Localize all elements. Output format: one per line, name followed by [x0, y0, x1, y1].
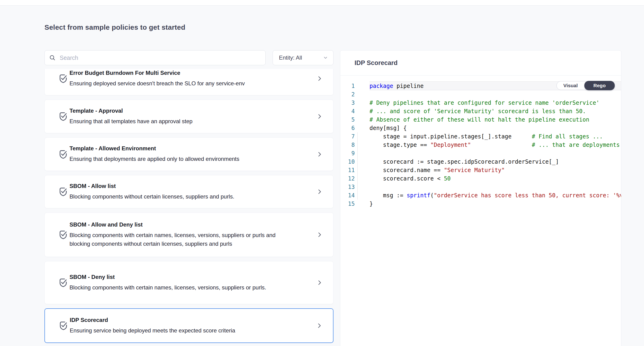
line-number: 7: [340, 132, 355, 141]
toggle-visual-button[interactable]: Visual: [557, 81, 584, 90]
shield-check-icon: [58, 277, 68, 288]
code-line: msg := sprintf("orderService has score l…: [370, 191, 621, 200]
policy-card[interactable]: Error Budget Burndown For Multi ServiceE…: [44, 69, 334, 95]
line-number: 10: [340, 158, 355, 166]
shield-check-icon: [58, 111, 68, 122]
search-icon: [49, 54, 56, 61]
policy-card[interactable]: SBOM - Allow listBlocking components wit…: [44, 175, 334, 208]
policy-card[interactable]: Template - ApprovalEnsuring that all tem…: [44, 100, 334, 133]
entity-filter-label: Entity: All: [279, 54, 302, 61]
chevron-right-icon: [316, 75, 323, 82]
policy-list: Error Budget Burndown For Multi ServiceE…: [44, 69, 334, 346]
shield-check-icon: [58, 186, 68, 197]
preview-header: IDP Scorecard: [340, 50, 621, 75]
line-number: 4: [340, 107, 355, 115]
line-number: 6: [340, 124, 355, 132]
policy-preview-panel: IDP Scorecard 123456789101112131415 pack…: [340, 50, 621, 346]
chevron-right-icon: [316, 113, 323, 120]
code-line: [370, 149, 621, 158]
code-line: stage = input.pipeline.stages[_].stage #…: [370, 132, 621, 141]
policy-title: SBOM - Allow and Deny list: [70, 221, 305, 228]
policy-description: Blocking components with certain names, …: [70, 231, 285, 248]
chevron-right-icon: [316, 151, 323, 158]
shield-check-icon: [58, 229, 68, 240]
indent-guide: [357, 132, 358, 200]
code-line: [370, 183, 621, 191]
shield-check-icon: [58, 73, 68, 84]
preview-title: IDP Scorecard: [354, 59, 398, 67]
policy-description: Ensuring that all templates have an appr…: [70, 117, 285, 126]
shield-check-icon: [58, 149, 68, 160]
policy-title: Template - Allowed Environment: [70, 145, 305, 152]
policy-description: Blocking components without certain lice…: [70, 192, 285, 201]
top-bar: [0, 0, 644, 5]
code-line: scorecard.score < 50: [370, 174, 621, 183]
line-number: 2: [340, 90, 355, 99]
search-box: [44, 50, 266, 65]
line-number: 8: [340, 141, 355, 149]
chevron-right-icon: [316, 231, 323, 238]
chevron-right-icon: [316, 279, 323, 286]
policy-title: SBOM - Deny list: [70, 274, 305, 280]
policy-title: IDP Scorecard: [70, 317, 305, 323]
code-line: scorecard.name == "Service Maturity": [370, 166, 621, 174]
code-line: # Deny pipelines that are configured for…: [370, 99, 621, 107]
line-number: 3: [340, 99, 355, 107]
policy-description: Ensuring deployed service doesn't breach…: [70, 79, 285, 88]
language-toggle: Visual Rego: [556, 81, 615, 90]
chevron-right-icon: [316, 188, 323, 195]
code-line: deny[msg] {: [370, 124, 621, 132]
line-number: 12: [340, 174, 355, 183]
line-number: 14: [340, 191, 355, 200]
entity-filter-dropdown[interactable]: Entity: All: [272, 50, 334, 65]
policy-card[interactable]: SBOM - Allow and Deny listBlocking compo…: [44, 213, 334, 257]
code-line: # Absence of either of these will not ha…: [370, 115, 621, 124]
policy-description: Ensuring service being deployed meets th…: [70, 326, 285, 335]
line-number-gutter: 123456789101112131415: [340, 82, 355, 208]
line-number: 13: [340, 183, 355, 191]
policy-card[interactable]: Template - Allowed EnvironmentEnsuring t…: [44, 137, 334, 171]
code-editor[interactable]: 123456789101112131415 package pipeline #…: [340, 75, 621, 346]
shield-check-icon: [58, 320, 69, 331]
code-line: }: [370, 200, 621, 208]
line-number: 1: [340, 82, 355, 90]
line-number: 11: [340, 166, 355, 174]
line-number: 5: [340, 115, 355, 124]
policy-description: Ensuring that deployments are applied on…: [70, 155, 285, 163]
policy-title: SBOM - Allow list: [70, 183, 305, 189]
policy-title: Template - Approval: [70, 107, 305, 114]
chevron-right-icon: [316, 322, 323, 329]
policy-description: Blocking components with certain names, …: [70, 283, 285, 292]
code-line: scorecard := stage.spec.idpScorecard.ord…: [370, 158, 621, 166]
page-title: Select from sample policies to get start…: [44, 23, 185, 31]
policy-selection-screen: Select from sample policies to get start…: [0, 0, 644, 346]
chevron-down-icon: [323, 55, 328, 60]
search-input[interactable]: [60, 54, 261, 61]
line-number: 15: [340, 200, 355, 208]
policy-card[interactable]: IDP ScorecardEnsuring service being depl…: [44, 308, 334, 343]
policy-title: Error Budget Burndown For Multi Service: [70, 70, 305, 76]
line-number: 9: [340, 149, 355, 158]
toggle-rego-button[interactable]: Rego: [584, 81, 615, 90]
code-line: # ... and score of 'Service Maturity' sc…: [370, 107, 621, 115]
code-line: [370, 90, 621, 99]
code-line: stage.type == "Deployment" # ... that ar…: [370, 141, 621, 149]
code-content: package pipeline # Deny pipelines that a…: [370, 82, 621, 208]
policy-card[interactable]: SBOM - Deny listBlocking components with…: [44, 261, 334, 304]
